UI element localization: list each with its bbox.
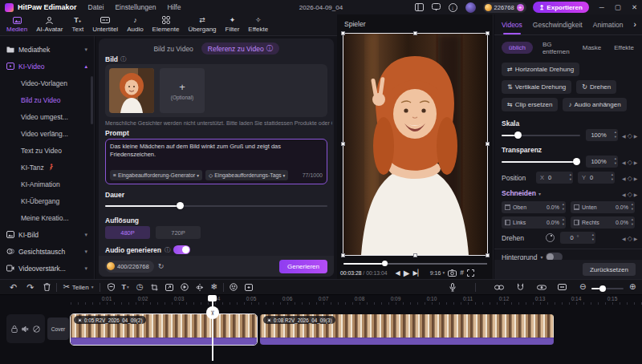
reset-button[interactable]: Zurücksetzen <box>583 263 636 276</box>
selection-handle[interactable] <box>413 253 417 257</box>
resolution-720p-button[interactable]: 720P <box>156 226 201 239</box>
drehen-keyframe-controls[interactable]: ◀◇▶ <box>622 235 637 242</box>
split-button[interactable]: ✂ Teilen ▾ <box>63 283 93 291</box>
link-clips-icon[interactable] <box>494 285 504 290</box>
grid-icon[interactable]: # <box>460 269 464 277</box>
playback-progress-bar[interactable] <box>343 261 487 266</box>
sidebar-item-video-verlaengern[interactable]: Video verläng... <box>0 125 94 142</box>
skala-keyframe-controls[interactable]: ◀◇▶ <box>622 132 637 140</box>
tab-ai-avatar[interactable]: AI-Avatar <box>36 16 63 33</box>
crop-icon[interactable] <box>151 284 158 291</box>
timeline-clip-1[interactable]: 0:05 R2V_2026_04_09(2) <box>71 314 257 345</box>
reverse-icon[interactable] <box>181 283 189 291</box>
tab-geschwindigkeit[interactable]: Geschwindigkeit <box>533 14 583 35</box>
crop-rechts[interactable]: Rechts0.0%▴▾ <box>571 216 635 229</box>
auto-ripple-icon[interactable] <box>537 285 547 290</box>
close-button[interactable]: ✕ <box>632 3 637 11</box>
menu-hilfe[interactable]: Hilfe <box>167 3 181 11</box>
prev-frame-button[interactable]: ◀ <box>396 269 400 277</box>
flip-vertical-button[interactable]: ⇅Vertikale Drehung <box>502 80 571 94</box>
redo-icon[interactable]: ↷ <box>26 283 34 292</box>
fit-timeline-icon[interactable] <box>558 284 567 290</box>
mask-icon[interactable] <box>108 283 115 291</box>
sidebar-item-ki-uebergang[interactable]: KI-Übergang <box>0 192 94 209</box>
pip-icon[interactable] <box>165 284 173 291</box>
sidebar-item-video-vorlagen[interactable]: Video-Vorlagen <box>0 75 94 91</box>
add-credits-icon[interactable]: + <box>517 4 524 11</box>
text-tool-button[interactable]: T▾ <box>122 284 129 291</box>
tab-uebergang[interactable]: ⇄ Übergang <box>188 16 216 33</box>
snapshot-icon[interactable] <box>448 269 457 277</box>
position-x-value[interactable]: X0▴▾ <box>536 172 573 184</box>
transparenz-slider[interactable] <box>502 158 580 165</box>
tab-animation[interactable]: Animation <box>593 14 624 35</box>
sidebar-item-text-zu-video[interactable]: Text zu Video <box>0 142 94 159</box>
tab-videos[interactable]: Videos <box>502 14 522 35</box>
frame-extract-icon[interactable] <box>245 284 253 291</box>
uploaded-image-thumbnail[interactable] <box>109 68 154 113</box>
tab-bild-zu-video-mode[interactable]: Bild zu Video <box>153 45 193 53</box>
undo-icon[interactable]: ↶ <box>10 283 17 292</box>
selection-handle[interactable] <box>413 31 417 35</box>
sidebar-item-videoverstaerker[interactable]: Videoverstärk... ▾ <box>0 260 94 277</box>
tab-untertitel[interactable]: Untertitel <box>92 16 118 33</box>
position-y-value[interactable]: Y0▴▾ <box>578 172 615 184</box>
rotation-dial[interactable] <box>546 233 555 242</box>
subtab-bg-entfernen[interactable]: BG entfernen <box>539 42 573 54</box>
subtab-maske[interactable]: Maske <box>579 42 605 54</box>
timeline-ruler[interactable]: 0:01 0:02 0:03 0:04 0:05 0:06 0:07 0:08 … <box>71 295 642 305</box>
sidebar-item-mediathek[interactable]: Mediathek ▾ <box>0 41 94 58</box>
freeze-frame-icon[interactable]: ❄ <box>211 283 217 291</box>
schneiden-keyframe-controls[interactable]: ◀◇▶ <box>622 191 637 198</box>
face-effect-icon[interactable] <box>230 283 238 291</box>
video-preview[interactable] <box>343 34 487 255</box>
selection-handle[interactable] <box>486 253 490 257</box>
playhead-handle[interactable] <box>208 295 217 301</box>
crop-links[interactable]: Links0.0%▴▾ <box>502 216 566 229</box>
sidebar-item-bild-zu-video[interactable]: Bild zu Video <box>0 91 94 108</box>
sidebar-scrollbar[interactable] <box>91 76 93 124</box>
refresh-icon[interactable]: ↻ <box>158 263 165 270</box>
zoom-in-icon[interactable]: ⊕ <box>629 283 636 291</box>
selection-handle[interactable] <box>341 142 345 146</box>
speed-icon[interactable]: ◷ <box>136 283 144 291</box>
avatar[interactable] <box>465 2 476 13</box>
sidebar-item-ki-bild[interactable]: KI-Bild ▾ <box>0 226 94 243</box>
audio-toggle[interactable] <box>173 245 190 254</box>
subtab-ueblich[interactable]: üblich <box>502 42 533 54</box>
timeline-zoom-slider[interactable] <box>591 285 624 292</box>
crop-oben[interactable]: Oben0.0%▴▾ <box>502 201 566 213</box>
feedback-icon[interactable] <box>432 3 441 11</box>
prompt-generator-button[interactable]: ≡ Eingabeaufforderung-Generator ▾ <box>110 170 202 180</box>
chevron-right-icon[interactable]: › <box>634 20 636 29</box>
selection-handle[interactable] <box>486 31 490 35</box>
prompt-tags-button[interactable]: ◇ Eingabeaufforderungs-Tags ▾ <box>205 170 288 180</box>
transparenz-keyframe-controls[interactable]: ◀◇▶ <box>622 159 637 166</box>
timeline-clip-2[interactable]: 0:08 R2V_2026_04_09(3) <box>260 314 554 345</box>
chevron-down-icon[interactable]: ▾ <box>538 191 541 196</box>
tab-elemente[interactable]: Elemente <box>152 16 180 33</box>
drehen-value[interactable]: 0°▴▾ <box>560 232 595 244</box>
skala-slider[interactable] <box>502 131 580 139</box>
magnet-icon[interactable] <box>517 283 524 291</box>
credits-badge[interactable]: 226768 + <box>483 2 526 13</box>
tab-effekte[interactable]: ✧ Effekte <box>248 16 268 33</box>
add-optional-image-button[interactable]: + (Optional) <box>160 68 205 113</box>
generate-button[interactable]: Generieren <box>279 260 327 273</box>
flip-horizontal-button[interactable]: ⇄Horizontale Drehung <box>502 63 579 76</box>
rotate-button[interactable]: ↻Drehen <box>576 80 616 94</box>
voiceover-mic-icon[interactable] <box>449 283 456 292</box>
export-button[interactable]: ↥ Exportieren <box>533 2 589 13</box>
tab-referenz-zu-video-mode[interactable]: Referenz zu Video ⓘ <box>201 42 279 55</box>
sidebar-item-ki-animation[interactable]: KI-Animation <box>0 176 94 192</box>
minimize-button[interactable]: ─ <box>599 3 604 11</box>
selection-handle[interactable] <box>486 142 490 146</box>
tab-text[interactable]: T+ Text <box>71 16 83 33</box>
track-mute-icon[interactable] <box>22 326 29 333</box>
resolution-480p-button[interactable]: 480P <box>105 226 150 239</box>
tab-filter[interactable]: ✦ Filter <box>226 16 240 33</box>
track-lock-icon[interactable] <box>11 326 18 333</box>
sidebar-item-ki-tanz[interactable]: KI-Tanz <box>0 159 94 176</box>
subtab-effekte[interactable]: Effekte <box>611 42 637 54</box>
tab-medien[interactable]: Medien <box>6 16 27 33</box>
